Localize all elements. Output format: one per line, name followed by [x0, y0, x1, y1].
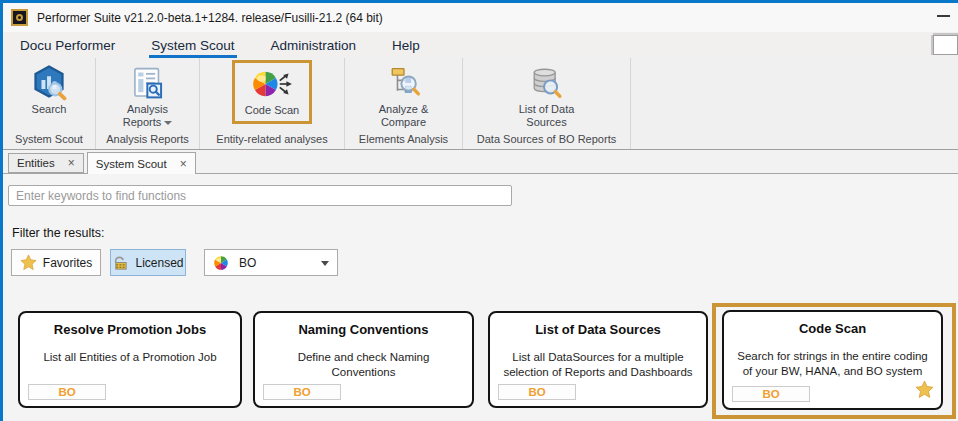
ribbon-group-label-elements-analysis: Elements Analysis	[359, 133, 448, 149]
filter-heading: Filter the results:	[12, 226, 104, 240]
window-border-top	[0, 0, 958, 3]
keyword-search-input[interactable]	[8, 185, 512, 206]
card-description: Define and check Naming Conventions	[255, 350, 472, 380]
ribbon-group-analysis-reports: Analysis Reports Analysis Reports	[96, 58, 200, 149]
card-description: Search for strings in the entire coding …	[724, 349, 941, 379]
menu-item-system-scout[interactable]: System Scout	[149, 32, 236, 58]
ribbon: Search System Scout	[3, 58, 958, 150]
function-card-list-of-data-sources[interactable]: List of Data Sources List all DataSource…	[488, 311, 708, 408]
ribbon-group-elements-analysis: Analyze & Compare Elements Analysis	[345, 58, 463, 149]
bo-badge: BO	[732, 386, 810, 402]
title-bar: Performer Suite v21.2.0-beta.1+1284. rel…	[3, 3, 958, 32]
licensed-filter-button[interactable]: Licensed	[110, 249, 186, 276]
analysis-reports-button-label: Analysis Reports	[123, 103, 173, 129]
code-scan-sphere-icon	[251, 64, 293, 104]
code-scan-card-highlight-frame: Code Scan Search for strings in the enti…	[712, 303, 956, 419]
favorite-star-icon[interactable]	[915, 380, 934, 403]
ribbon-group-data-sources: List of Data Sources Data Sources of BO …	[463, 58, 631, 149]
search-hexagon-icon	[31, 63, 67, 103]
tab-system-scout[interactable]: System Scout ×	[87, 152, 196, 174]
dropdown-caret-icon	[321, 261, 329, 266]
list-of-data-sources-button-label: List of Data Sources	[519, 103, 575, 129]
window-title: Performer Suite v21.2.0-beta.1+1284. rel…	[37, 11, 383, 25]
function-card-resolve-promotion-jobs[interactable]: Resolve Promotion Jobs List all Entities…	[18, 311, 242, 408]
code-scan-highlight-frame: Code Scan	[232, 60, 312, 124]
app-logo-icon	[11, 9, 28, 26]
ribbon-group-system-scout: Search System Scout	[3, 58, 96, 149]
system-scout-panel: Filter the results: Favorites Licens	[3, 174, 958, 421]
tab-entities[interactable]: Entities ×	[8, 153, 84, 173]
analyze-compare-icon	[387, 63, 421, 103]
menu-item-administration[interactable]: Administration	[269, 32, 359, 58]
bo-sphere-icon	[213, 255, 229, 271]
tab-system-scout-label: System Scout	[96, 158, 167, 170]
licensed-filter-label: Licensed	[135, 256, 183, 270]
analysis-reports-button[interactable]: Analysis Reports	[123, 58, 173, 129]
search-button[interactable]: Search	[31, 58, 67, 116]
performer-suite-window: Performer Suite v21.2.0-beta.1+1284. rel…	[0, 0, 958, 421]
card-description: List all DataSources for a multiple sele…	[490, 350, 706, 380]
tab-system-scout-close-icon[interactable]: ×	[180, 158, 187, 170]
bo-badge: BO	[498, 384, 576, 400]
card-title: Resolve Promotion Jobs	[20, 322, 240, 337]
tab-entities-label: Entities	[17, 157, 55, 169]
search-button-label: Search	[32, 103, 67, 116]
code-scan-button-label: Code Scan	[245, 104, 299, 117]
favorites-filter-label: Favorites	[43, 256, 92, 270]
menu-bar: Docu Performer System Scout Administrati…	[3, 32, 958, 58]
cutoff-search-box[interactable]	[933, 35, 958, 55]
bo-badge: BO	[28, 384, 106, 400]
filter-row: Favorites Licensed	[11, 249, 338, 276]
ribbon-group-label-entity-related: Entity-related analyses	[216, 133, 327, 149]
ribbon-group-entity-related: Code Scan Entity-related analyses	[200, 58, 345, 149]
analyze-compare-button[interactable]: Analyze & Compare	[379, 58, 429, 129]
card-title: Code Scan	[724, 321, 941, 336]
card-title: List of Data Sources	[490, 322, 706, 337]
menu-item-help[interactable]: Help	[390, 32, 422, 58]
menu-item-docu-performer[interactable]: Docu Performer	[18, 32, 117, 58]
ribbon-group-label-analysis-reports: Analysis Reports	[106, 133, 189, 149]
tab-entities-close-icon[interactable]: ×	[68, 157, 75, 169]
scope-dropdown-value: BO	[239, 256, 256, 270]
card-title: Naming Conventions	[255, 322, 472, 337]
function-card-naming-conventions[interactable]: Naming Conventions Define and check Nami…	[253, 311, 474, 408]
minimize-icon[interactable]	[937, 15, 950, 17]
dropdown-chevron-icon	[164, 121, 172, 125]
ribbon-group-label-data-sources: Data Sources of BO Reports	[477, 133, 616, 149]
list-of-data-sources-button[interactable]: List of Data Sources	[519, 58, 575, 129]
scope-dropdown[interactable]: BO	[204, 249, 338, 276]
card-description: List all Entities of a Promotion Job	[20, 350, 240, 365]
code-scan-button[interactable]: Code Scan	[245, 63, 299, 117]
favorites-filter-button[interactable]: Favorites	[11, 249, 101, 276]
ribbon-group-label-system-scout: System Scout	[15, 133, 83, 149]
function-card-code-scan[interactable]: Code Scan Search for strings in the enti…	[722, 310, 943, 410]
analyze-compare-button-label: Analyze & Compare	[379, 103, 429, 129]
document-tab-strip: Entities × System Scout ×	[3, 150, 958, 174]
unlock-icon	[112, 255, 129, 271]
bo-badge: BO	[263, 384, 341, 400]
database-magnifier-icon	[529, 63, 563, 103]
star-icon	[20, 254, 37, 271]
report-magnifier-icon	[131, 63, 165, 103]
window-border-left	[0, 0, 3, 421]
